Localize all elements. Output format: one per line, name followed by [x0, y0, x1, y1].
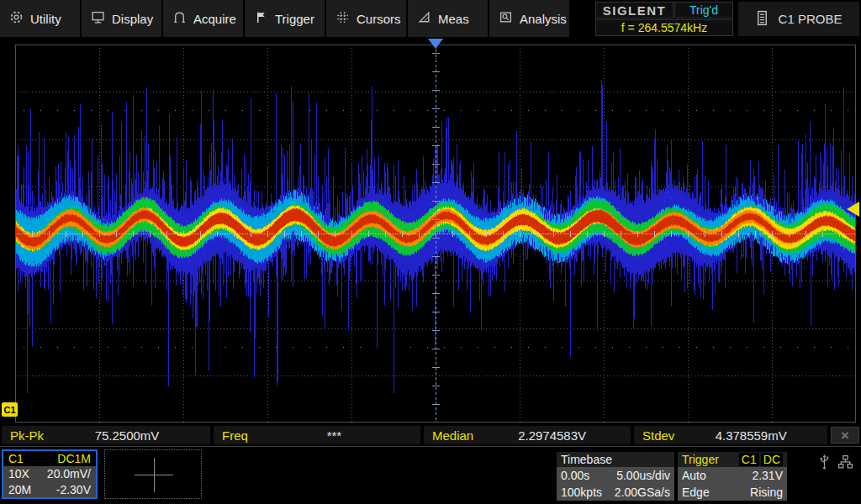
menu-label: Acquire	[193, 12, 236, 26]
trigger-position-marker[interactable]	[428, 39, 443, 49]
measurement-value: 4.378559mV	[674, 428, 827, 443]
timebase-box[interactable]: Timebase 0.00s 5.00us/div 100kpts 2.00GS…	[557, 452, 674, 501]
menu-label: Display	[112, 12, 153, 26]
set-square-icon	[417, 10, 431, 27]
clipboard-icon	[756, 10, 769, 29]
probe-label: C1 PROBE	[779, 12, 843, 26]
add-channel-slot[interactable]	[104, 449, 202, 499]
timebase-row: 100kpts 2.00GSa/s	[557, 484, 674, 501]
waveform-canvas[interactable]	[15, 45, 856, 423]
trigger-row: Auto 2.31V	[678, 467, 787, 484]
trigger-level-marker[interactable]	[847, 202, 859, 217]
oscilloscope-screen: Utility Display Acquire Trigger Cursors …	[0, 0, 861, 504]
timebase-row: 0.00s 5.00us/div	[557, 467, 674, 484]
timebase-title: Timebase	[557, 452, 674, 467]
crosshatch-icon	[335, 10, 350, 27]
close-icon: ×	[841, 428, 849, 443]
bottom-bar: C1 DC1M 10X 20.0mV/ 20M -2.30V Timebase …	[0, 447, 861, 504]
measurement-label: Median	[424, 428, 473, 443]
channel-scale-row: 10X 20.0mV/	[3, 466, 96, 481]
channel-coupling: DC1M	[57, 452, 91, 465]
channel-descriptor-box[interactable]: C1 DC1M 10X 20.0mV/ 20M -2.30V	[2, 449, 98, 499]
close-measurements-button[interactable]: ×	[831, 427, 859, 444]
menu-trigger[interactable]: Trigger	[245, 0, 325, 37]
measurement-value: ***	[248, 428, 420, 443]
waveform-area: C1	[0, 38, 861, 425]
status-block: SIGLENT Trig'd f = 264.5574kHz	[595, 2, 733, 36]
flag-icon	[254, 10, 268, 27]
arch-icon	[172, 10, 187, 27]
measurement-pkpk[interactable]: Pk-Pk 75.2500mV	[2, 426, 210, 444]
trigger-row: Edge Rising	[678, 484, 787, 501]
gear-icon	[9, 10, 24, 27]
trigger-level: 2.31V	[752, 469, 783, 482]
menu-analysis[interactable]: Analysis	[489, 0, 569, 37]
measurement-stdev[interactable]: Stdev 4.378559mV	[634, 426, 827, 444]
monitor-icon	[91, 10, 105, 27]
measurement-freq[interactable]: Freq ***	[214, 426, 420, 444]
trigger-coupling-chip: DC	[761, 453, 783, 466]
timebase-sample-rate: 2.00GSa/s	[615, 486, 670, 499]
measurement-label: Stdev	[634, 428, 674, 443]
channel-name: C1	[8, 452, 24, 465]
channel-ground-badge[interactable]: C1	[2, 402, 18, 417]
magnifier-folder-icon	[499, 10, 513, 27]
menu-label: Analysis	[520, 12, 567, 26]
timebase-delay: 0.00s	[561, 469, 589, 482]
channel-header-row: C1 DC1M	[3, 451, 96, 466]
channel-bandwidth: 20M	[8, 483, 31, 496]
menu-label: Meas	[438, 12, 469, 26]
probe-menu[interactable]: C1 PROBE	[738, 2, 859, 36]
measurement-median[interactable]: Median 2.2974583V	[424, 426, 631, 444]
lan-icon	[837, 454, 853, 473]
channel-offset: -2.30V	[56, 483, 91, 496]
channel-offset-row: 20M -2.30V	[3, 482, 96, 497]
menu-display[interactable]: Display	[82, 0, 161, 37]
trigger-mode: Auto	[682, 469, 706, 482]
menu-label: Trigger	[275, 12, 314, 26]
trigger-source-chip: C1	[739, 453, 759, 466]
trigger-header: Trigger C1 DC	[678, 452, 787, 467]
menu-cursors[interactable]: Cursors	[326, 0, 406, 37]
trigger-type: Edge	[682, 486, 710, 499]
measurement-label: Pk-Pk	[2, 428, 44, 443]
channel-volts-per-div: 20.0mV/	[47, 467, 91, 480]
measurement-value: 75.2500mV	[44, 428, 210, 443]
trigger-status-badge: Trig'd	[674, 2, 733, 18]
channel-attenuation: 10X	[8, 467, 29, 480]
trigger-box[interactable]: Trigger C1 DC Auto 2.31V Edge Rising	[678, 452, 787, 501]
crosshair-icon	[154, 458, 155, 492]
timebase-memory: 100kpts	[561, 486, 602, 499]
menu-label: Cursors	[357, 12, 401, 26]
menu-bar: Utility Display Acquire Trigger Cursors …	[0, 0, 861, 38]
usb-icon	[817, 454, 832, 474]
trigger-slope: Rising	[750, 486, 783, 499]
menu-acquire[interactable]: Acquire	[163, 0, 243, 37]
timebase-scale: 5.00us/div	[616, 469, 670, 482]
trigger-title: Trigger	[682, 453, 737, 466]
menu-meas[interactable]: Meas	[408, 0, 488, 37]
trigger-frequency-counter: f = 264.5574kHz	[595, 19, 733, 36]
menu-utility[interactable]: Utility	[0, 0, 80, 37]
measurement-label: Freq	[214, 428, 248, 443]
measurement-bar: Pk-Pk 75.2500mV Freq *** Median 2.297458…	[0, 425, 861, 445]
menu-label: Utility	[30, 12, 61, 26]
measurement-value: 2.2974583V	[473, 428, 631, 443]
brand-logo: SIGLENT	[595, 2, 673, 18]
